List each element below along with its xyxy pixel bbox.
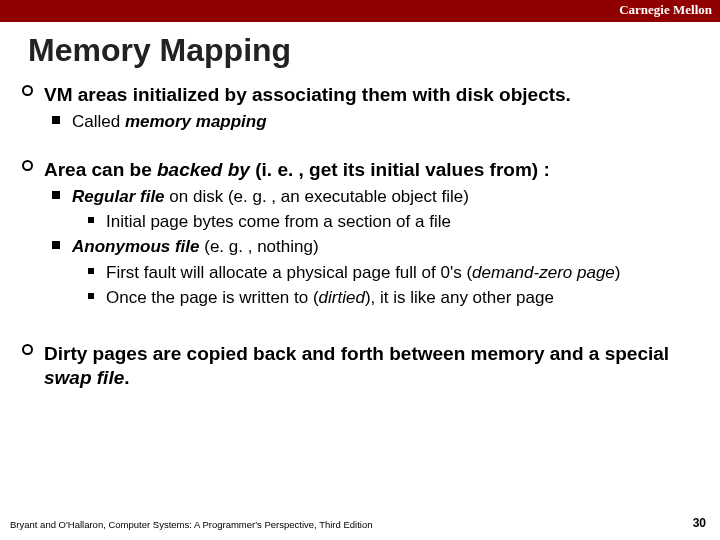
bullet-text: VM areas initialized by associating them… xyxy=(44,84,571,105)
circle-bullet-icon xyxy=(22,160,33,171)
text-em: Regular file xyxy=(72,187,165,206)
text: (i. e. , get its initial values from) : xyxy=(250,159,550,180)
text: First fault will allocate a physical pag… xyxy=(106,263,472,282)
text: . xyxy=(124,367,129,388)
square-bullet-icon xyxy=(88,268,94,274)
page-number: 30 xyxy=(693,516,706,530)
brand-bar: Carnegie Mellon xyxy=(0,0,720,22)
footer-citation: Bryant and O'Hallaron, Computer Systems:… xyxy=(10,519,373,530)
circle-bullet-icon xyxy=(22,344,33,355)
text: Once the page is written to ( xyxy=(106,288,319,307)
text: Dirty pages are copied back and forth be… xyxy=(44,343,669,364)
text: Initial page bytes come from a section o… xyxy=(106,212,451,231)
square-bullet-icon xyxy=(88,217,94,223)
text: ), it is like any other page xyxy=(365,288,554,307)
text: Area can be xyxy=(44,159,157,180)
text-em: Anonymous file xyxy=(72,237,200,256)
square-bullet-icon xyxy=(52,241,60,249)
circle-bullet-icon xyxy=(22,85,33,96)
bullet-l3: Initial page bytes come from a section o… xyxy=(106,211,690,232)
square-bullet-icon xyxy=(52,116,60,124)
bullet-l3: First fault will allocate a physical pag… xyxy=(106,262,690,283)
bullet-l1: Area can be backed by (i. e. , get its i… xyxy=(44,158,690,182)
text-em: dirtied xyxy=(319,288,365,307)
text: Called xyxy=(72,112,125,131)
text-em: swap file xyxy=(44,367,124,388)
text-em: demand-zero page xyxy=(472,263,615,282)
square-bullet-icon xyxy=(88,293,94,299)
text: ) xyxy=(615,263,621,282)
text: on disk (e. g. , an executable object fi… xyxy=(165,187,469,206)
text-em: memory mapping xyxy=(125,112,267,131)
bullet-l2: Anonymous file (e. g. , nothing) xyxy=(72,236,690,257)
content-body: VM areas initialized by associating them… xyxy=(44,83,690,390)
bullet-l3: Once the page is written to (dirtied), i… xyxy=(106,287,690,308)
bullet-l2: Called memory mapping xyxy=(72,111,690,132)
bullet-l1: VM areas initialized by associating them… xyxy=(44,83,690,107)
page-title: Memory Mapping xyxy=(28,32,720,69)
square-bullet-icon xyxy=(52,191,60,199)
brand-text: Carnegie Mellon xyxy=(619,2,712,17)
text: (e. g. , nothing) xyxy=(200,237,319,256)
text-em: backed by xyxy=(157,159,250,180)
bullet-l2: Regular file on disk (e. g. , an executa… xyxy=(72,186,690,207)
slide: Carnegie Mellon Memory Mapping VM areas … xyxy=(0,0,720,540)
bullet-l1: Dirty pages are copied back and forth be… xyxy=(44,342,690,390)
